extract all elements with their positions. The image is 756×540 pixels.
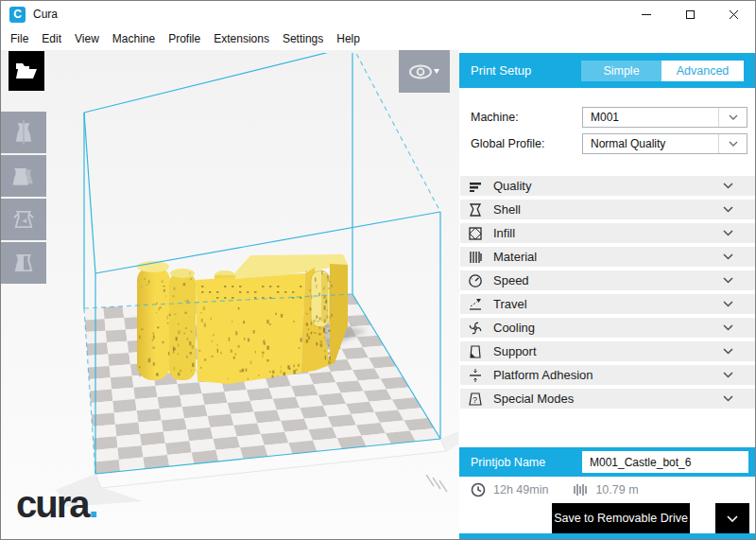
- print-time-value: 12h 49min: [493, 483, 548, 496]
- chevron-down-icon: [723, 183, 733, 189]
- menu-machine[interactable]: Machine: [106, 29, 162, 48]
- platform-adhesion-icon: [467, 367, 483, 383]
- settings-category-label: Quality: [493, 179, 531, 193]
- machine-value: M001: [591, 111, 718, 124]
- chevron-down-icon: [729, 114, 738, 120]
- rotate-tool-icon: [11, 207, 36, 232]
- infill-icon: [467, 225, 483, 241]
- move-tool-button[interactable]: [1, 112, 46, 153]
- advanced-mode-button[interactable]: Advanced: [662, 61, 744, 81]
- global-profile-label: Global Profile:: [471, 137, 545, 150]
- settings-category-label: Support: [493, 344, 537, 358]
- speed-icon: [467, 272, 483, 288]
- settings-category-label: Platform Adhesion: [493, 368, 593, 382]
- panel-bottom-accent: [459, 533, 756, 540]
- chevron-down-icon: [723, 230, 733, 236]
- printjob-name-label: Printjob Name: [471, 456, 545, 469]
- quality-icon: [467, 178, 483, 194]
- menu-view[interactable]: View: [68, 29, 106, 48]
- maximize-button[interactable]: [668, 1, 712, 27]
- move-tool-icon: [11, 120, 36, 145]
- settings-category-material[interactable]: Material: [460, 247, 755, 267]
- global-profile-select[interactable]: Normal Quality: [582, 133, 747, 154]
- settings-category-label: Material: [493, 250, 537, 264]
- shell-icon: [467, 201, 483, 218]
- viewport-scene: [1, 53, 459, 540]
- global-profile-row: Global Profile: Normal Quality: [459, 133, 756, 154]
- scale-tool-button[interactable]: [1, 155, 46, 197]
- simple-mode-button[interactable]: Simple: [581, 61, 662, 81]
- settings-category-label: Cooling: [493, 321, 535, 335]
- close-button[interactable]: [712, 1, 755, 27]
- menu-profile[interactable]: Profile: [162, 29, 207, 48]
- settings-category-label: Special Modes: [493, 392, 574, 406]
- settings-category-travel[interactable]: Travel: [460, 294, 755, 314]
- global-profile-select-arrow[interactable]: [718, 134, 747, 153]
- machine-select[interactable]: M001: [582, 107, 747, 128]
- cura-window: C Cura File Edit View Machine Profile Ex…: [0, 0, 756, 540]
- mode-toggle: Simple Advanced: [581, 61, 744, 81]
- menu-settings[interactable]: Settings: [276, 29, 330, 48]
- menu-edit[interactable]: Edit: [35, 29, 68, 48]
- material-icon: [467, 249, 483, 265]
- view-mode-button[interactable]: [399, 50, 450, 93]
- chevron-down-icon: [723, 372, 733, 378]
- menu-bar: File Edit View Machine Profile Extension…: [1, 27, 755, 50]
- settings-category-shell[interactable]: Shell: [460, 200, 755, 219]
- settings-category-speed[interactable]: Speed: [460, 270, 755, 290]
- cooling-icon: [467, 320, 483, 336]
- settings-category-quality[interactable]: Quality: [460, 176, 755, 196]
- mirror-tool-icon: [11, 251, 36, 275]
- open-file-button[interactable]: [9, 51, 44, 91]
- chevron-down-icon: [434, 69, 439, 74]
- mirror-tool-button[interactable]: [1, 242, 46, 284]
- minimize-button[interactable]: [625, 1, 668, 27]
- settings-category-infill[interactable]: Infill: [460, 223, 755, 243]
- printjob-bar: Printjob Name: [459, 447, 756, 477]
- chevron-down-icon: [729, 141, 738, 147]
- menu-help[interactable]: Help: [330, 29, 367, 48]
- svg-text:?: ?: [472, 394, 477, 404]
- viewport-3d[interactable]: cura.: [1, 50, 459, 540]
- chevron-down-icon: [723, 253, 733, 260]
- settings-category-list: QualityShellInfillMaterialSpeedTravelCoo…: [460, 176, 755, 412]
- save-target-dropdown-button[interactable]: [715, 503, 749, 533]
- chevron-down-icon: [723, 348, 733, 355]
- window-title: Cura: [33, 8, 58, 21]
- support-icon: [467, 343, 483, 359]
- travel-icon: [467, 296, 483, 312]
- printjob-name-input[interactable]: [582, 451, 748, 473]
- chevron-down-icon: [723, 206, 733, 213]
- settings-category-label: Speed: [493, 273, 529, 287]
- castle-model: [137, 254, 348, 384]
- settings-category-cooling[interactable]: Cooling: [460, 318, 755, 338]
- settings-category-label: Travel: [493, 297, 527, 311]
- chevron-down-icon: [723, 324, 733, 331]
- print-estimates: 12h 49min 10.79 m: [459, 479, 756, 501]
- print-time-icon: [471, 482, 486, 497]
- cura-logo: cura.: [16, 483, 99, 526]
- save-to-removable-drive-button[interactable]: Save to Removable Drive: [552, 503, 690, 533]
- chevron-down-icon: [723, 395, 733, 402]
- close-icon: [729, 9, 739, 20]
- settings-category-platform-adhesion[interactable]: Platform Adhesion: [460, 365, 755, 385]
- settings-category-support[interactable]: Support: [460, 341, 755, 361]
- global-profile-value: Normal Quality: [591, 137, 718, 150]
- chevron-down-icon: [723, 277, 733, 284]
- minimize-icon: [642, 14, 651, 15]
- chevron-down-icon: [727, 515, 738, 522]
- rotate-tool-button[interactable]: [1, 199, 46, 240]
- menu-file[interactable]: File: [4, 29, 35, 48]
- menu-extensions[interactable]: Extensions: [207, 29, 276, 48]
- machine-select-arrow[interactable]: [718, 108, 747, 127]
- title-bar[interactable]: C Cura: [1, 1, 755, 27]
- maximize-icon: [686, 10, 695, 19]
- cura-app-icon: C: [9, 7, 26, 23]
- settings-category-special-modes[interactable]: ?Special Modes: [460, 389, 755, 409]
- filament-length-value: 10.79 m: [595, 483, 638, 496]
- scale-tool-icon: [11, 164, 36, 188]
- settings-category-label: Shell: [493, 202, 521, 217]
- open-folder-icon: [15, 61, 38, 80]
- chevron-down-icon: [723, 301, 733, 307]
- machine-label: Machine:: [471, 111, 519, 124]
